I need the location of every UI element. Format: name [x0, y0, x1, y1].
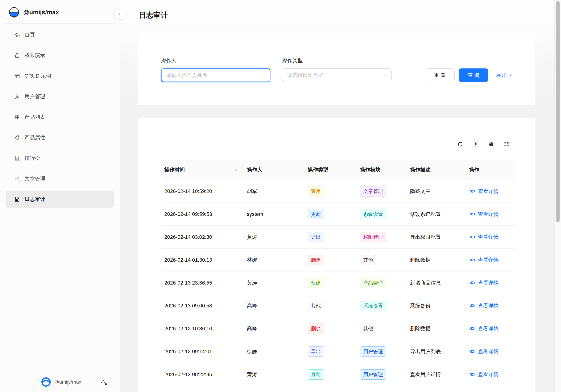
expand-toggle[interactable]: 展开: [496, 68, 513, 82]
table-row: 2026-02-13 23:36:55 黄涛 创建 产品管理 新增商品信息 查看…: [161, 271, 515, 294]
column-header-operator: 操作人: [243, 160, 304, 180]
cell-time: 2026-02-13 23:36:55: [161, 271, 243, 294]
table-row: 2026-02-12 08:22:35 黄涛 查询 用户管理 查看用户详情 查看…: [161, 363, 515, 386]
view-detail-link[interactable]: 查看详情: [469, 325, 499, 332]
table-body: 2026-02-14 10:59:20 胡军 禁用 文章管理 隐藏文章 查看详情…: [161, 180, 515, 386]
type-tag: 导出: [308, 346, 324, 357]
column-header-type: 操作类型: [304, 160, 356, 180]
scrollbar-thumb[interactable]: [556, 1, 560, 222]
view-detail-link[interactable]: 查看详情: [469, 302, 499, 309]
sidebar-item-lock[interactable]: 权限演示: [6, 47, 114, 64]
sidebar-item-user[interactable]: 用户管理: [6, 88, 114, 105]
column-header-time[interactable]: 操作时间: [161, 160, 243, 180]
type-label: 操作类型: [282, 57, 391, 64]
view-detail-link[interactable]: 查看详情: [469, 188, 499, 195]
translate-icon[interactable]: 文A: [100, 378, 108, 386]
tags-icon: [14, 135, 20, 141]
sidebar-item-file-text[interactable]: 日志审计: [6, 191, 114, 208]
view-detail-link[interactable]: 查看详情: [469, 233, 499, 241]
view-detail-link[interactable]: 查看详情: [469, 256, 499, 264]
module-tag: 产品管理: [360, 278, 386, 288]
column-header-action: 操作: [465, 160, 515, 180]
chevron-down-icon: [508, 73, 513, 78]
cell-operator: 高峰: [243, 294, 304, 317]
table-partial-row: [161, 386, 515, 392]
fullscreen-icon[interactable]: [504, 141, 510, 147]
cell-desc: 新增商品信息: [406, 271, 465, 294]
eye-icon: [469, 371, 476, 378]
column-height-icon[interactable]: [473, 141, 479, 147]
sidebar-item-home[interactable]: 首页: [6, 26, 114, 43]
type-select[interactable]: 请选择操作类型: [282, 68, 391, 82]
operator-input[interactable]: [161, 68, 270, 82]
type-tag: 删除: [308, 324, 324, 334]
cell-time: 2026-02-12 09:14:01: [161, 340, 243, 363]
cell-time: 2026-02-14 01:30:13: [161, 249, 243, 271]
cell-desc: 导出权限配置: [406, 226, 465, 248]
cell-operator: 林娜: [243, 249, 304, 271]
view-detail-link[interactable]: 查看详情: [469, 371, 499, 378]
eye-icon: [469, 188, 476, 195]
cell-action: 查看详情: [465, 317, 515, 340]
cell-module: 权限管理: [356, 226, 406, 248]
cell-time: 2026-02-13 09:00:53: [161, 294, 243, 317]
column-header-desc: 操作描述: [406, 160, 465, 180]
sidebar-item-bar-chart[interactable]: 排行榜: [6, 150, 114, 167]
module-tag: 用户管理: [360, 369, 386, 380]
reset-button[interactable]: 重 置: [425, 68, 455, 82]
cell-action: 查看详情: [465, 180, 515, 202]
select-arrow-icon: [382, 73, 387, 78]
sidebar-item-edit[interactable]: 文章管理: [6, 170, 114, 187]
cell-operator: 黄涛: [243, 363, 304, 386]
sorter-icon[interactable]: [235, 167, 238, 173]
cell-time: 2026-02-12 08:22:35: [161, 363, 243, 386]
type-tag: 删除: [308, 255, 324, 265]
app-layout: @umijs/max 首页 权限演示 CRUD 示例 用户管理 产品列表 产品属…: [0, 0, 561, 392]
sidebar-item-tags[interactable]: 产品属性: [6, 129, 114, 146]
cell-module: 系统设置: [356, 203, 406, 225]
sidebar-item-label: 排行榜: [24, 155, 40, 162]
view-detail-link[interactable]: 查看详情: [469, 348, 499, 355]
brand: @umijs/max: [0, 0, 120, 23]
umi-avatar[interactable]: [41, 377, 51, 387]
sidebar-item-label: 首页: [24, 31, 35, 38]
sidebar-item-label: 文章管理: [24, 175, 45, 182]
file-text-icon: [14, 196, 20, 202]
module-tag: 文章管理: [360, 186, 386, 196]
sidebar-collapse-button[interactable]: [115, 9, 125, 19]
query-button[interactable]: 查 询: [459, 68, 488, 82]
sidebar-item-label: 产品列表: [24, 114, 45, 121]
table-row: 2026-02-13 09:00:53 高峰 其他 系统设置 系统备份 查看详情: [161, 294, 515, 317]
cell-module: 用户管理: [356, 340, 406, 363]
sidebar: @umijs/max 首页 权限演示 CRUD 示例 用户管理 产品列表 产品属…: [0, 0, 120, 392]
eye-icon: [469, 256, 476, 263]
audit-table: 操作时间 操作人 操作类型 操作模块 操作描述 操作 2026-02-14 10…: [161, 160, 515, 392]
sidebar-item-label: CRUD 示例: [24, 73, 51, 79]
eye-icon: [469, 302, 476, 309]
footer-user-name: @umijs/max: [54, 379, 81, 385]
cell-operator: 黄涛: [243, 226, 304, 248]
cell-module: 产品管理: [356, 271, 406, 294]
module-tag: 其他: [360, 255, 376, 265]
cell-operator: 徐静: [243, 340, 304, 363]
module-tag: 系统设置: [360, 301, 386, 311]
main-content: 日志审计 操作人 操作类型 请选择操作类型: [120, 0, 561, 392]
bar-chart-icon: [14, 155, 20, 161]
brand-name: @umijs/max: [23, 9, 59, 16]
cell-desc: 隐藏文章: [406, 180, 465, 202]
cell-type: 其他: [304, 294, 356, 317]
view-detail-link[interactable]: 查看详情: [469, 211, 499, 218]
setting-icon[interactable]: [488, 141, 494, 147]
reload-icon[interactable]: [457, 141, 463, 147]
sidebar-item-appstore[interactable]: 产品列表: [6, 109, 114, 126]
cell-type: 删除: [304, 249, 356, 271]
sidebar-item-table[interactable]: CRUD 示例: [6, 67, 114, 84]
module-tag: 系统设置: [360, 209, 386, 219]
view-detail-link[interactable]: 查看详情: [469, 279, 499, 286]
caret-down-icon: [235, 170, 238, 173]
cell-type: 删除: [304, 317, 356, 340]
cell-action: 查看详情: [465, 271, 515, 294]
svg-text:A: A: [105, 382, 107, 386]
eye-icon: [469, 211, 476, 217]
module-tag: 其他: [360, 324, 376, 334]
